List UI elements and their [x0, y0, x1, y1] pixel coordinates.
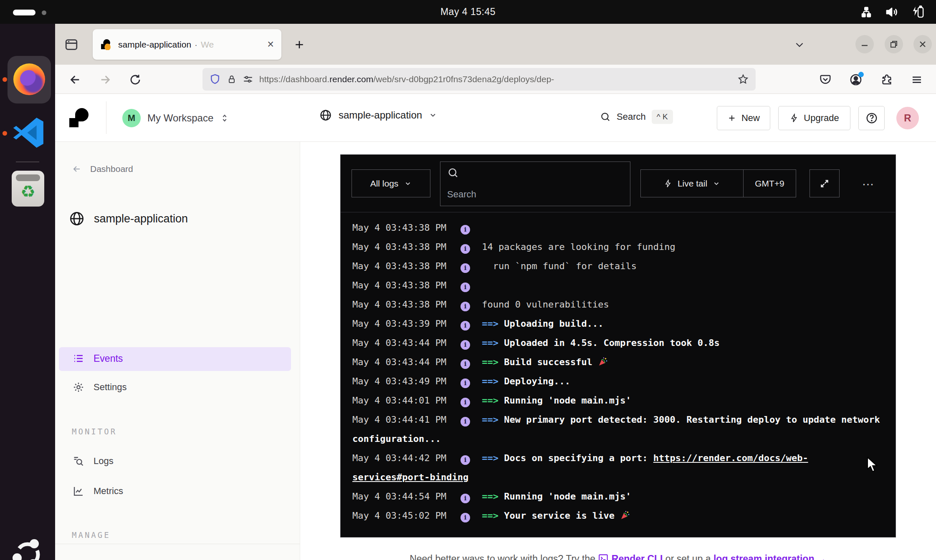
live-tail-dropdown[interactable]: Live tail: [641, 179, 743, 189]
help-button[interactable]: [858, 106, 885, 130]
lightning-icon: [664, 179, 672, 188]
expand-logs-button[interactable]: [810, 169, 840, 197]
events-list-icon: [72, 353, 85, 364]
back-button[interactable]: [66, 71, 84, 88]
info-icon: i: [460, 359, 470, 369]
log-message: found 0 vulnerabilities: [482, 299, 609, 310]
minimize-icon: [860, 40, 869, 48]
tracking-protection-shield-icon[interactable]: [209, 73, 221, 85]
timezone-button[interactable]: GMT+9: [744, 179, 796, 189]
firefox-view-icon[interactable]: [62, 35, 81, 54]
globe-icon: [319, 109, 332, 121]
trash-dock-icon[interactable]: ♻: [12, 171, 44, 207]
puzzle-icon: [880, 73, 893, 86]
log-overflow-menu[interactable]: …: [862, 174, 875, 188]
system-tray[interactable]: [860, 0, 925, 24]
workspace-avatar: M: [122, 109, 141, 127]
log-text: ==>: [482, 357, 504, 367]
browser-tab[interactable]: sample-application·We ×: [93, 29, 281, 60]
close-window-button[interactable]: [913, 35, 932, 53]
log-text: ==>: [482, 491, 504, 502]
sidebar-item-settings[interactable]: Settings: [72, 381, 127, 393]
render-logo[interactable]: [66, 106, 90, 131]
render-cli-link[interactable]: Render CLI: [612, 553, 663, 560]
workspace-selector[interactable]: M My Workspace: [122, 109, 229, 127]
chevron-down-icon: [429, 111, 437, 119]
logs-search-icon: [72, 455, 85, 467]
log-search-input[interactable]: Search: [440, 161, 630, 206]
new-tab-button[interactable]: [290, 35, 309, 54]
back-to-dashboard-link[interactable]: Dashboard: [72, 164, 133, 174]
question-circle-icon: [865, 112, 878, 124]
restore-button[interactable]: [885, 35, 903, 53]
log-line: May 4 03:43:38 PMi: [352, 218, 885, 237]
log-message: ==> Running 'node main.mjs': [482, 491, 631, 502]
user-avatar[interactable]: R: [896, 107, 919, 129]
log-text: ==>: [482, 395, 504, 406]
up-down-chevron-icon: [220, 114, 229, 123]
list-all-tabs-button[interactable]: [791, 36, 808, 53]
tab-title: sample-application·We: [118, 40, 265, 50]
lock-icon[interactable]: [227, 74, 237, 84]
bookmark-star-icon[interactable]: [737, 73, 749, 85]
menu-button[interactable]: [908, 71, 926, 88]
sidebar-item-events[interactable]: Events: [72, 353, 123, 364]
back-arrow-icon: [68, 73, 82, 86]
log-text: Build successful: [504, 357, 598, 367]
sidebar-divider: [55, 544, 300, 544]
minimize-button[interactable]: [855, 35, 874, 53]
live-tail-group: Live tail GMT+9: [640, 169, 796, 197]
volume-icon: [885, 5, 898, 19]
firefox-dock-icon[interactable]: [8, 56, 51, 103]
pocket-button[interactable]: [817, 71, 834, 88]
log-timestamp: May 4 03:45:02 PM: [352, 510, 446, 521]
log-line: May 4 03:43:38 PMi: [352, 276, 885, 295]
ubuntu-logo: [9, 536, 46, 560]
log-panel: All logs Search Live tail GMT+9: [340, 154, 896, 537]
info-icon: i: [460, 321, 470, 330]
url-text: https://dashboard.render.com/web/srv-d0b…: [259, 74, 731, 84]
log-lines: May 4 03:43:38 PMiMay 4 03:43:38 PMi14 p…: [352, 218, 885, 525]
info-icon: i: [460, 225, 470, 235]
tab-close-icon[interactable]: ×: [267, 39, 274, 50]
forward-arrow-icon: [99, 73, 112, 86]
chevron-down-icon: [794, 39, 805, 50]
vscode-dock-icon[interactable]: [11, 115, 47, 151]
sidebar-item-logs[interactable]: Logs: [72, 455, 114, 467]
sidebar: Dashboard sample-application Events Sett…: [55, 142, 300, 560]
sidebar-item-metrics[interactable]: Metrics: [72, 485, 123, 497]
search-placeholder: Search: [447, 189, 476, 200]
log-stream-integration-link[interactable]: log stream integration: [713, 553, 815, 560]
log-timestamp: May 4 03:43:38 PM: [352, 222, 446, 233]
service-name: sample-application: [339, 109, 422, 121]
reload-button[interactable]: [126, 71, 144, 88]
upgrade-button[interactable]: Upgrade: [778, 106, 850, 130]
log-timestamp: May 4 03:43:38 PM: [352, 280, 446, 290]
footer-arrow: →: [814, 553, 826, 560]
new-button[interactable]: New: [717, 106, 770, 130]
log-text: Docs on specifying a port:: [504, 453, 653, 463]
service-selector[interactable]: sample-application: [319, 109, 437, 121]
footer-text: Need better ways to work with logs? Try …: [410, 553, 598, 560]
log-text: run `npm fund` for details: [482, 261, 637, 271]
lightning-icon: [789, 114, 799, 123]
log-line: May 4 03:43:44 PMi==> Build successful: [352, 353, 885, 372]
gear-icon: [72, 381, 85, 393]
account-button[interactable]: [847, 71, 865, 88]
browser-window: sample-application·We ×: [55, 24, 936, 560]
log-timestamp: May 4 03:44:01 PM: [352, 395, 446, 406]
url-bar[interactable]: https://dashboard.render.com/web/srv-d0b…: [202, 68, 756, 91]
log-text: ==>: [482, 318, 504, 329]
back-arrow-icon: [72, 164, 82, 174]
extensions-button[interactable]: [878, 71, 896, 88]
logs-footer-hint: Need better ways to work with logs? Try …: [340, 553, 896, 560]
permissions-icon[interactable]: [243, 74, 253, 85]
log-filter-dropdown[interactable]: All logs: [352, 169, 430, 197]
log-text: ==>: [482, 510, 504, 521]
log-timestamp: May 4 03:44:54 PM: [352, 491, 446, 502]
recycle-icon: ♻: [20, 183, 35, 200]
system-clock[interactable]: May 4 15:45: [0, 0, 936, 24]
global-search[interactable]: Search ^ K: [600, 110, 673, 124]
show-apps-button[interactable]: [9, 536, 46, 560]
forward-button[interactable]: [96, 71, 114, 88]
